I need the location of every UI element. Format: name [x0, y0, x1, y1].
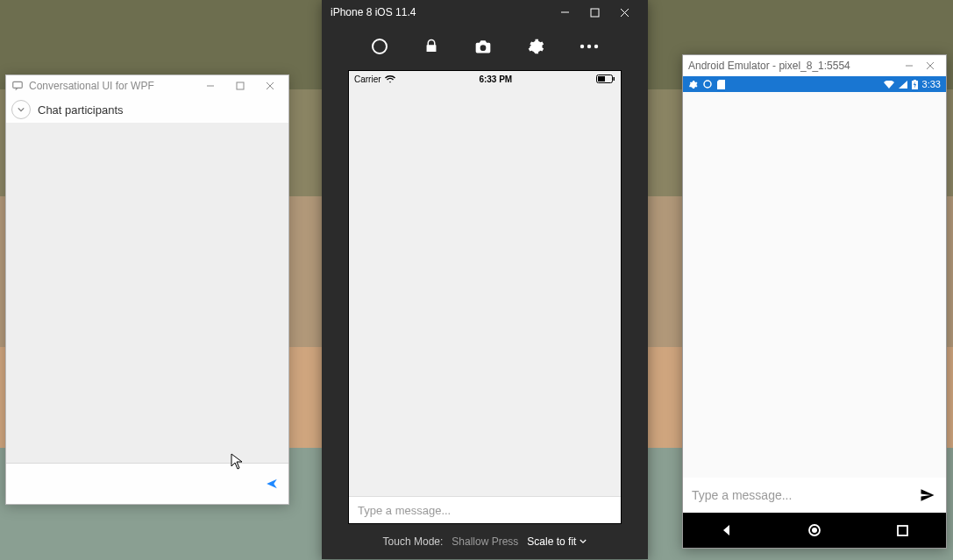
- android-statusbar: 3:33: [683, 76, 946, 92]
- circle-icon: [703, 80, 712, 89]
- ios-chat-input[interactable]: Type a message...: [349, 496, 621, 523]
- chat-participants-label: Chat participants: [38, 103, 124, 117]
- signal-icon: [899, 81, 907, 89]
- recents-button[interactable]: [885, 513, 920, 548]
- svg-rect-26: [898, 526, 907, 535]
- status-time: 6:33 PM: [395, 74, 596, 84]
- send-button[interactable]: [918, 487, 937, 503]
- ios-window-title: iPhone 8 iOS 11.4: [331, 6, 416, 18]
- wifi-icon: [385, 75, 395, 83]
- wpf-input-row: [6, 463, 288, 504]
- battery-icon: [912, 80, 918, 89]
- svg-rect-10: [427, 46, 437, 53]
- minimize-button[interactable]: [196, 75, 225, 96]
- maximize-button[interactable]: [225, 75, 255, 96]
- close-button[interactable]: [255, 75, 285, 96]
- sd-card-icon: [717, 80, 725, 89]
- chevron-down-icon: [580, 539, 587, 544]
- close-button[interactable]: [920, 55, 941, 76]
- android-navbar: [683, 513, 946, 548]
- minimize-button[interactable]: [550, 0, 580, 25]
- wpf-titlebar[interactable]: Conversational UI for WPF: [6, 75, 288, 96]
- ios-statusbar: Carrier 6:33 PM: [349, 71, 621, 87]
- svg-rect-16: [614, 77, 615, 81]
- close-button[interactable]: [609, 0, 639, 25]
- ios-footer: Touch Mode: Shallow Press Scale to fit: [322, 524, 648, 559]
- lock-icon[interactable]: [423, 39, 439, 54]
- wpf-window: Conversational UI for WPF Chat participa…: [5, 74, 289, 505]
- svg-point-14: [594, 45, 598, 48]
- android-window-title: Android Emulator - pixel_8_1:5554: [688, 60, 899, 72]
- android-chat-input[interactable]: Type a message...: [692, 488, 911, 502]
- ios-titlebar[interactable]: iPhone 8 iOS 11.4: [322, 0, 648, 25]
- wifi-icon: [884, 81, 894, 89]
- home-button-icon[interactable]: [371, 38, 388, 55]
- svg-rect-23: [914, 80, 916, 82]
- scale-label: Scale to fit: [527, 535, 576, 548]
- ios-input-placeholder: Type a message...: [358, 504, 451, 517]
- wpf-chat-body: [6, 124, 288, 463]
- svg-rect-0: [13, 82, 23, 88]
- ios-toolbar: [322, 25, 648, 70]
- carrier-label: Carrier: [354, 74, 381, 84]
- svg-point-12: [580, 45, 584, 48]
- gear-icon: [688, 80, 698, 89]
- android-input-row: Type a message...: [683, 478, 946, 513]
- svg-point-13: [587, 45, 591, 48]
- touch-mode-value[interactable]: Shallow Press: [452, 535, 518, 548]
- svg-rect-2: [237, 82, 244, 89]
- chat-bubble-icon: [11, 80, 24, 92]
- android-emulator-window: Android Emulator - pixel_8_1:5554 3:33 T…: [682, 54, 947, 549]
- wpf-window-title: Conversational UI for WPF: [29, 80, 196, 92]
- ios-simulator-window: iPhone 8 iOS 11.4 Carrier: [322, 0, 648, 559]
- android-titlebar[interactable]: Android Emulator - pixel_8_1:5554: [683, 55, 946, 76]
- send-button[interactable]: [264, 478, 280, 490]
- camera-icon[interactable]: [474, 39, 492, 54]
- wpf-chat-participants-header[interactable]: Chat participants: [6, 96, 288, 124]
- svg-point-9: [373, 39, 387, 53]
- ios-device-screen: Carrier 6:33 PM Type a message...: [348, 70, 622, 524]
- gear-icon[interactable]: [527, 38, 544, 55]
- status-time: 3:33: [922, 79, 941, 89]
- back-button[interactable]: [709, 513, 744, 548]
- svg-point-25: [812, 528, 817, 533]
- svg-rect-17: [598, 76, 605, 82]
- maximize-button[interactable]: [580, 0, 609, 25]
- ios-chat-body: [349, 87, 621, 496]
- svg-rect-6: [591, 9, 599, 17]
- scale-dropdown[interactable]: Scale to fit: [527, 535, 587, 548]
- svg-point-11: [480, 45, 487, 51]
- android-input-placeholder: Type a message...: [692, 488, 792, 502]
- chevron-down-icon[interactable]: [11, 100, 31, 119]
- touch-mode-label: Touch Mode:: [383, 535, 444, 548]
- svg-point-21: [704, 81, 711, 88]
- minimize-button[interactable]: [899, 55, 920, 76]
- more-icon[interactable]: [580, 44, 599, 49]
- battery-icon: [596, 74, 615, 83]
- home-button[interactable]: [797, 513, 832, 548]
- android-chat-body: [683, 92, 946, 478]
